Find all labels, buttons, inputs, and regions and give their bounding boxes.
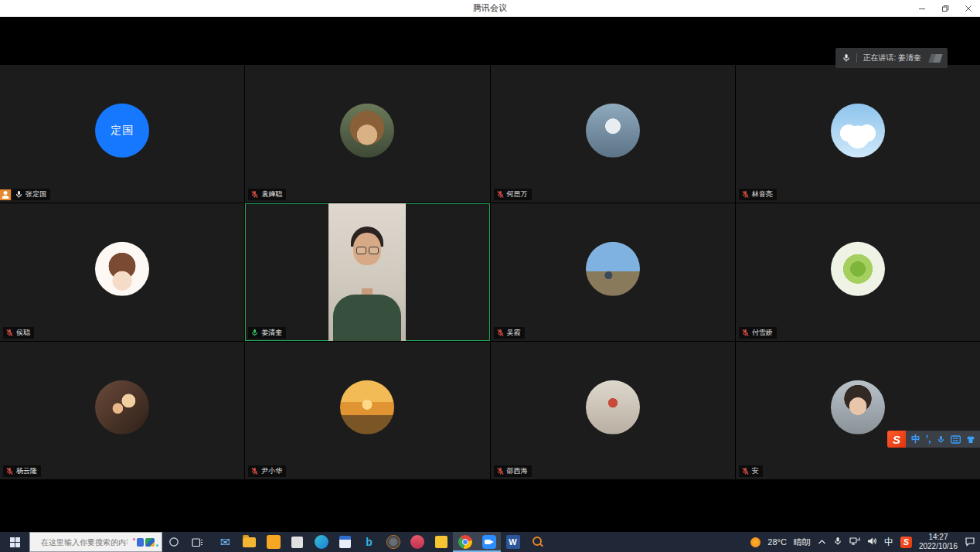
sogou-logo-icon[interactable]: S [887, 431, 906, 448]
bing-icon: b [362, 535, 376, 549]
host-icon [0, 189, 11, 200]
mic-icon [250, 329, 259, 337]
window-titlebar[interactable]: 腾讯会议 [0, 0, 980, 17]
participant-name: 付雪娇 [752, 329, 773, 336]
sogou-tray-icon[interactable]: S [900, 537, 912, 548]
mic-icon [250, 467, 259, 475]
taskbar-app-lightning-app[interactable] [261, 532, 285, 552]
cortana-button[interactable] [162, 532, 185, 552]
mic-icon [250, 190, 259, 199]
participant-tile-6[interactable]: 姜清奎 [245, 203, 489, 341]
participant-tile-2[interactable]: 袁婵聪 [245, 65, 489, 203]
desktop: 腾讯会议 定国张定国袁婵聪何思万林音亮侯聪姜清奎吴霞付雪娇杨云隆尹小华邵西海安 … [0, 0, 980, 552]
taskbar-app-word[interactable]: W [501, 532, 525, 552]
file-explorer-icon [243, 537, 256, 547]
participant-tile-5[interactable]: 侯聪 [0, 203, 244, 341]
mic-icon [15, 190, 23, 199]
window-controls [910, 0, 980, 17]
ime-toolbar[interactable]: S 中 ’, [887, 431, 980, 448]
participant-name: 姜清奎 [261, 329, 282, 336]
taskbar-app-sticky-notes[interactable] [285, 532, 309, 552]
participant-tile-1[interactable]: 定国张定国 [0, 65, 244, 203]
participant-name-badge: 吴霞 [494, 327, 525, 339]
search-decoration-icons [133, 538, 158, 547]
edge-browser-icon [315, 535, 328, 549]
taskbar-app-edge-browser[interactable] [309, 532, 333, 552]
video-feed [328, 203, 406, 341]
avatar [586, 380, 640, 434]
participant-name: 侯聪 [16, 329, 30, 336]
taskbar-app-dark-browser[interactable] [381, 532, 405, 552]
taskbar-app-file-explorer[interactable] [237, 532, 261, 552]
taskbar-clock[interactable]: 14:27 2022/10/16 [919, 533, 958, 552]
speaking-indicator[interactable]: 正在讲话: 姜清奎 [835, 48, 948, 68]
windows-logo-icon [10, 537, 20, 547]
participant-tile-9[interactable]: 杨云隆 [0, 342, 244, 479]
taskbar-app-tencent-meeting[interactable] [477, 532, 501, 552]
network-icon[interactable] [849, 537, 860, 547]
close-icon[interactable] [957, 0, 980, 17]
action-center-icon[interactable] [965, 537, 975, 548]
mail-icon: ✉ [219, 535, 233, 549]
word-icon: W [506, 535, 520, 549]
taskbar-search[interactable] [29, 532, 162, 552]
mic-icon [741, 467, 750, 475]
chinese-mode-icon[interactable]: 中 [911, 433, 920, 446]
taskbar-apps: ✉bW [213, 532, 549, 552]
taskbar-app-mail[interactable]: ✉ [213, 532, 237, 552]
cortana-icon [168, 537, 179, 547]
weather-desc[interactable]: 晴朗 [794, 537, 811, 548]
weather-temp[interactable]: 28°C [767, 537, 787, 547]
minimize-icon[interactable] [910, 0, 934, 17]
restore-icon[interactable] [934, 0, 957, 17]
taskbar-app-yellow-app[interactable] [429, 532, 453, 552]
dark-browser-icon [386, 535, 400, 549]
tray-expand-chevron-icon[interactable] [818, 537, 826, 547]
chrome-browser-icon [458, 535, 472, 549]
participant-name: 袁婵聪 [261, 191, 282, 198]
taskbar: ✉bW 28°C 晴朗 中 S 14:27 2022/10/16 [0, 532, 980, 552]
participant-name-badge: 邵西海 [494, 465, 532, 477]
participant-name-badge: 杨云隆 [3, 465, 41, 477]
participant-tile-7[interactable]: 吴霞 [491, 203, 735, 341]
participant-name-badge: 张定国 [12, 189, 50, 200]
participant-tile-11[interactable]: 邵西海 [491, 342, 735, 479]
taskbar-app-bing[interactable]: b [357, 532, 381, 552]
taskbar-app-calendar[interactable] [333, 532, 357, 552]
start-button[interactable] [0, 532, 29, 552]
participant-name: 何思万 [507, 191, 528, 198]
participant-name: 邵西海 [507, 468, 528, 475]
voice-mic-icon[interactable] [937, 435, 945, 444]
participant-name-badge: 安 [739, 465, 763, 477]
avatar [586, 104, 640, 158]
participant-tile-4[interactable]: 林音亮 [736, 65, 980, 203]
mic-icon [741, 329, 750, 337]
ime-mode-indicator[interactable]: 中 [884, 536, 893, 549]
volume-icon[interactable] [867, 537, 877, 547]
participant-tile-12[interactable]: 安 [736, 342, 980, 479]
participant-name: 安 [752, 468, 759, 475]
search-tool-icon [530, 535, 544, 549]
taskbar-app-search-tool[interactable] [525, 532, 549, 552]
avatar [340, 380, 394, 434]
red-media-app-icon [410, 535, 424, 549]
task-view-button[interactable] [185, 532, 209, 552]
task-view-icon [192, 537, 203, 547]
mic-icon [496, 190, 505, 199]
weather-sun-icon[interactable] [750, 537, 761, 547]
participant-name: 尹小华 [261, 468, 282, 475]
participant-name-badge: 尹小华 [248, 465, 286, 477]
punctuation-icon[interactable]: ’, [926, 434, 931, 445]
keyboard-icon[interactable] [951, 435, 961, 444]
window-title: 腾讯会议 [473, 2, 507, 14]
participant-tile-8[interactable]: 付雪娇 [736, 203, 980, 341]
taskbar-app-chrome-browser[interactable] [453, 532, 477, 552]
participant-tile-3[interactable]: 何思万 [491, 65, 735, 203]
tray-mic-icon[interactable] [833, 537, 842, 547]
search-input[interactable] [39, 537, 129, 547]
participant-name: 吴霞 [507, 329, 521, 336]
participant-tile-10[interactable]: 尹小华 [245, 342, 489, 479]
meeting-logo-icon [930, 54, 941, 63]
skin-tshirt-icon[interactable] [966, 435, 975, 444]
taskbar-app-red-media-app[interactable] [405, 532, 429, 552]
